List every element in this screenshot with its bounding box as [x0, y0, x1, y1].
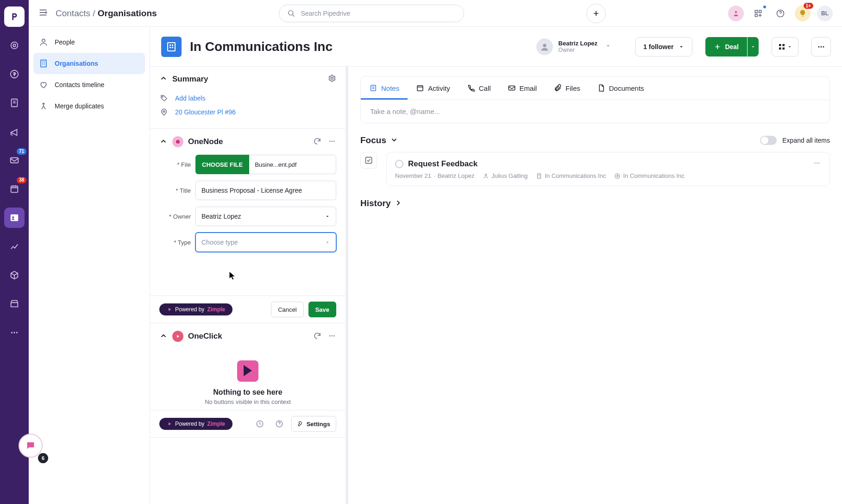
owner-block: Beatriz Lopez Owner — [536, 38, 614, 55]
tab-call[interactable]: Call — [459, 76, 499, 100]
svg-point-46 — [817, 163, 817, 164]
svg-rect-44 — [365, 157, 371, 163]
tab-activity[interactable]: Activity — [408, 76, 459, 100]
owner-dropdown-icon[interactable] — [603, 41, 613, 52]
section-chevron-icon[interactable] — [394, 199, 402, 208]
nav-products[interactable] — [4, 265, 25, 285]
svg-rect-16 — [168, 43, 175, 51]
cancel-button[interactable]: Cancel — [271, 302, 303, 317]
task-more-icon[interactable] — [813, 159, 821, 169]
sidebar-item-people[interactable]: People — [33, 32, 145, 53]
save-button[interactable]: Save — [308, 302, 336, 317]
sidebar-item-timeline[interactable]: Contacts timeline — [33, 74, 145, 95]
tab-label: Activity — [428, 84, 450, 92]
layout-button[interactable] — [772, 37, 798, 57]
svg-point-33 — [329, 140, 330, 141]
compose-tabs: Notes Activity Call Email Files Document… — [360, 76, 830, 123]
settings-label: Settings — [307, 421, 330, 428]
tab-label: Notes — [381, 84, 399, 92]
powered-by-badge: Powered by Zimple — [159, 303, 232, 315]
expand-toggle[interactable] — [760, 136, 777, 145]
settings-button[interactable]: Settings — [291, 416, 336, 432]
add-labels-link[interactable]: Add labels — [175, 94, 205, 102]
nav-contacts[interactable] — [4, 208, 25, 228]
help-icon[interactable] — [773, 6, 788, 21]
complete-checkbox[interactable] — [395, 160, 403, 168]
nav-leads[interactable] — [4, 35, 25, 56]
nav-inbox[interactable]: 71 — [4, 150, 25, 170]
note-input[interactable]: Take a note, @name... — [361, 100, 829, 123]
task-title[interactable]: Request Feedback — [408, 159, 478, 169]
nav-more[interactable] — [4, 322, 25, 343]
collapse-panel-icon[interactable] — [159, 332, 168, 341]
owner-name: Beatriz Lopez — [559, 40, 598, 47]
deal-dropdown-button[interactable] — [748, 37, 759, 57]
svg-point-30 — [162, 96, 163, 97]
panel-more-icon[interactable] — [328, 137, 336, 147]
panel-history-icon[interactable] — [252, 416, 267, 431]
contacts-sidebar: People Organisations Contacts timeline M… — [29, 27, 150, 504]
powered-by-badge: Powered by Zimple — [159, 418, 232, 430]
mail-icon — [508, 84, 516, 92]
quick-add-button[interactable] — [586, 4, 606, 23]
chat-fab[interactable] — [19, 434, 43, 458]
nav-campaigns[interactable] — [4, 121, 25, 142]
title-input[interactable] — [195, 181, 336, 200]
search-input[interactable]: Search Pipedrive — [279, 5, 464, 22]
nav-marketplace[interactable] — [4, 294, 25, 314]
collapse-panel-icon[interactable] — [159, 74, 168, 84]
followers-button[interactable]: 1 follower — [635, 37, 692, 57]
more-actions-button[interactable] — [811, 37, 831, 57]
deal-label: Deal — [725, 43, 739, 50]
grid-icon — [778, 43, 786, 51]
apps-icon[interactable] — [750, 6, 766, 21]
search-icon — [287, 9, 296, 18]
svg-rect-22 — [779, 44, 781, 46]
panel-help-icon[interactable] — [272, 416, 287, 431]
tab-documents[interactable]: Documents — [589, 76, 653, 100]
panel-settings-icon[interactable] — [328, 74, 336, 84]
svg-rect-18 — [172, 44, 173, 46]
type-dropdown[interactable]: Choose type — [195, 233, 336, 252]
sidebar-item-merge[interactable]: Merge duplicates — [33, 95, 145, 117]
user-avatar[interactable]: BL — [817, 6, 833, 21]
referral-icon[interactable] — [728, 6, 744, 21]
nav-projects[interactable] — [4, 93, 25, 113]
nav-activities[interactable]: 38 — [4, 179, 25, 199]
sales-assistant-icon[interactable]: 1+ — [795, 6, 811, 21]
activity-column: Notes Activity Call Email Files Document… — [348, 67, 842, 504]
panel-more-icon[interactable] — [328, 332, 336, 341]
nav-insights[interactable] — [4, 236, 25, 257]
sidebar-item-organisations[interactable]: Organisations — [33, 53, 145, 74]
breadcrumb-parent[interactable]: Contacts — [56, 8, 90, 18]
app-logo[interactable] — [4, 6, 25, 27]
focus-section-head: Focus Expand all items — [360, 135, 830, 145]
collapse-panel-icon[interactable] — [159, 137, 168, 147]
powered-by-text: Powered by — [175, 421, 204, 427]
file-name-display: Busine...ent.pdf — [249, 155, 336, 174]
tab-files[interactable]: Files — [545, 76, 589, 100]
svg-rect-23 — [783, 44, 785, 46]
followers-label: 1 follower — [643, 43, 673, 50]
tab-email[interactable]: Email — [499, 76, 546, 100]
onenode-panel: OneNode * File CHOOSE FILE Busine...ent.… — [150, 129, 346, 323]
collapse-sidebar-icon[interactable] — [38, 7, 48, 19]
details-column: Summary Add labels 20 Gloucester Pl #96 — [150, 67, 348, 504]
svg-point-8 — [11, 332, 13, 333]
note-icon — [369, 84, 377, 92]
address-link[interactable]: 20 Gloucester Pl #96 — [175, 108, 236, 116]
svg-rect-15 — [41, 60, 46, 67]
refresh-icon[interactable] — [313, 332, 321, 341]
owner-dropdown[interactable]: Beatriz Lopez — [195, 207, 336, 226]
svg-point-0 — [11, 42, 18, 49]
owner-avatar — [536, 38, 553, 55]
oneclick-icon — [172, 331, 183, 342]
add-deal-button[interactable]: Deal — [705, 37, 747, 57]
svg-point-28 — [823, 46, 824, 47]
nav-deals[interactable] — [4, 64, 25, 84]
section-title: Focus — [360, 135, 386, 145]
choose-file-button[interactable]: CHOOSE FILE — [195, 155, 249, 174]
refresh-icon[interactable] — [313, 137, 321, 147]
tab-notes[interactable]: Notes — [361, 76, 408, 100]
section-chevron-icon[interactable] — [390, 136, 398, 145]
